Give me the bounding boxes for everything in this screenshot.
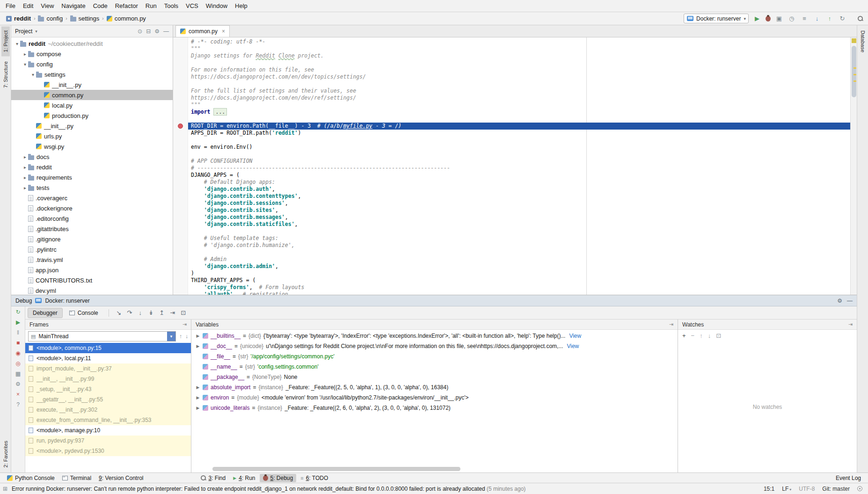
gutter-line[interactable] xyxy=(173,59,188,66)
tree-item-init-py[interactable]: __init__.py xyxy=(11,121,173,131)
hide-icon[interactable]: — xyxy=(163,28,169,35)
move-watch-up-icon[interactable]: ↑ xyxy=(700,332,703,339)
gutter-line[interactable] xyxy=(173,270,188,277)
gutter-line[interactable] xyxy=(173,172,188,179)
gutter-line[interactable] xyxy=(173,186,188,193)
gutter-line[interactable] xyxy=(173,165,188,172)
tree-item-dockerignore[interactable]: .dockerignore xyxy=(11,203,173,213)
debug-button[interactable] xyxy=(766,16,771,22)
tool-window-button-6-todo[interactable]: ≡6: TODO xyxy=(297,474,331,482)
step-into-icon[interactable]: ↓ xyxy=(136,309,145,316)
gutter-line[interactable] xyxy=(173,221,188,228)
frame-item[interactable]: <module>, common.py:15 xyxy=(25,343,191,353)
chevron-down-icon[interactable]: ▼ xyxy=(167,332,175,341)
duplicate-watch-icon[interactable]: ⊡ xyxy=(716,332,721,339)
menu-run[interactable]: Run xyxy=(142,2,160,9)
tool-window-button-3-find[interactable]: 3: Find xyxy=(197,474,229,482)
warning-stripe-mark[interactable] xyxy=(853,67,856,69)
vcs-branch-widget[interactable]: Git: master xyxy=(822,486,850,492)
view-link[interactable]: View xyxy=(569,333,581,339)
gutter-line[interactable] xyxy=(173,207,188,214)
frame-item[interactable]: _setup, __init__.py:43 xyxy=(25,384,191,394)
variable-row-absolute-import[interactable]: ▶absolute_import = {instance}_Feature: _… xyxy=(191,382,678,392)
tool-button-7-structure[interactable]: 7: Structure xyxy=(1,57,10,92)
tree-item-config[interactable]: ▾config xyxy=(11,59,173,69)
code-area[interactable]: # -*- coding: utf-8 -*-"""Django setting… xyxy=(188,37,850,295)
tree-item-app-json[interactable]: app.json xyxy=(11,265,173,275)
gutter-line[interactable] xyxy=(173,263,188,270)
menu-vcs[interactable]: VCS xyxy=(182,2,202,9)
frame-item[interactable]: import_module, __init__.py:37 xyxy=(25,363,191,374)
force-step-into-icon[interactable]: ↡ xyxy=(146,309,156,316)
tree-item-docs[interactable]: ▸docs xyxy=(11,152,173,162)
vcs-history-button[interactable]: ↻ xyxy=(838,15,846,23)
chevron-right-icon[interactable]: ▸ xyxy=(22,175,28,180)
chevron-down-icon[interactable]: ▾ xyxy=(14,41,20,46)
scrollbar-thumb[interactable] xyxy=(852,46,856,97)
pin-icon[interactable]: ⇥ xyxy=(669,321,673,327)
settings-icon[interactable]: ⚙ xyxy=(14,381,22,388)
gutter-line[interactable] xyxy=(173,116,188,123)
tool-button-1-project[interactable]: 1: Project xyxy=(1,26,10,56)
tool-button-2-favorites[interactable]: 2: Favorites xyxy=(1,436,10,472)
tree-item-contributors-txt[interactable]: CONTRIBUTORS.txt xyxy=(11,275,173,285)
tool-button-database[interactable]: Database xyxy=(859,26,867,57)
resume-icon[interactable]: ▶ xyxy=(14,319,22,326)
breadcrumb-item-config[interactable]: config xyxy=(36,15,64,22)
caret-position[interactable]: 15:1 xyxy=(764,486,774,492)
variable-row-unicode-literals[interactable]: ▶unicode_literals = {instance}_Feature: … xyxy=(191,403,678,413)
gutter-line[interactable] xyxy=(173,38,188,45)
gutter-line[interactable] xyxy=(173,94,188,102)
tree-item-settings[interactable]: ▾settings xyxy=(11,69,173,80)
gutter-line[interactable] xyxy=(173,109,188,116)
breadcrumb-item-reddit[interactable]: reddit xyxy=(5,15,32,22)
warning-stripe-mark[interactable] xyxy=(853,80,856,82)
warning-stripe-mark[interactable] xyxy=(853,74,856,75)
vcs-update-button[interactable]: ↓ xyxy=(813,15,821,23)
tree-item-dev-yml[interactable]: dev.yml xyxy=(11,285,173,295)
vcs-commit-button[interactable]: ↑ xyxy=(825,15,834,23)
gutter-line[interactable] xyxy=(173,151,188,158)
tree-item-compose[interactable]: ▸compose xyxy=(11,49,173,59)
restore-layout-icon[interactable]: ▦ xyxy=(14,370,22,378)
menu-window[interactable]: Window xyxy=(202,2,231,9)
gutter-line[interactable] xyxy=(173,73,188,80)
frame-item[interactable]: run, pydevd.py:937 xyxy=(25,436,191,446)
tree-item-wsgi-py[interactable]: wsgi.py xyxy=(11,141,173,152)
editor-scrollbar[interactable] xyxy=(850,37,857,295)
tree-item-common-py[interactable]: common.py xyxy=(11,90,173,100)
profiler-button[interactable]: ◷ xyxy=(788,15,796,23)
chevron-down-icon[interactable]: ▾ xyxy=(35,29,37,34)
show-execution-point-icon[interactable]: ↘ xyxy=(114,309,124,316)
frame-item[interactable]: <module>, pydevd.py:1530 xyxy=(25,446,191,456)
chevron-right-icon[interactable]: ▸ xyxy=(22,165,28,170)
tree-item-reddit[interactable]: ▸reddit xyxy=(11,162,173,172)
mute-breakpoints-icon[interactable]: ◎ xyxy=(14,360,22,367)
tree-item-init-py[interactable]: __init__.py xyxy=(11,80,173,90)
breakpoint-icon[interactable] xyxy=(178,124,183,129)
view-link[interactable]: View xyxy=(567,343,579,349)
tree-item-urls-py[interactable]: urls.py xyxy=(11,131,173,141)
chevron-down-icon[interactable]: ▾ xyxy=(22,62,28,67)
run-button[interactable]: ▶ xyxy=(753,15,761,23)
inspection-indicator[interactable] xyxy=(852,38,856,43)
gutter-line[interactable] xyxy=(173,87,188,94)
gutter-line[interactable] xyxy=(173,277,188,284)
tool-window-button-event-log[interactable]: Event Log xyxy=(832,474,864,482)
settings-icon[interactable]: ⚙ xyxy=(154,28,160,35)
search-everywhere-icon[interactable] xyxy=(857,15,863,22)
evaluate-expression-icon[interactable]: ⊡ xyxy=(179,309,188,316)
tree-item-gitignore[interactable]: .gitignore xyxy=(11,234,173,244)
step-out-icon[interactable]: ↥ xyxy=(157,309,167,316)
status-message[interactable]: Error running Docker: runserver: Can't r… xyxy=(12,486,525,492)
debug-tab-console[interactable]: Console xyxy=(64,308,103,318)
chevron-down-icon[interactable]: ▾ xyxy=(30,72,36,77)
close-icon[interactable]: × xyxy=(14,391,22,398)
frame-item[interactable]: __getattr__, __init__.py:55 xyxy=(25,394,191,405)
horizontal-scrollbar[interactable] xyxy=(212,467,460,471)
variable-row-environ[interactable]: ▶environ = {module}<module 'environ' fro… xyxy=(191,392,678,403)
gutter-line[interactable] xyxy=(173,66,188,73)
help-icon[interactable]: ? xyxy=(14,401,22,408)
tree-item-requirements[interactable]: ▸requirements xyxy=(11,172,173,182)
gutter-line[interactable] xyxy=(173,158,188,165)
